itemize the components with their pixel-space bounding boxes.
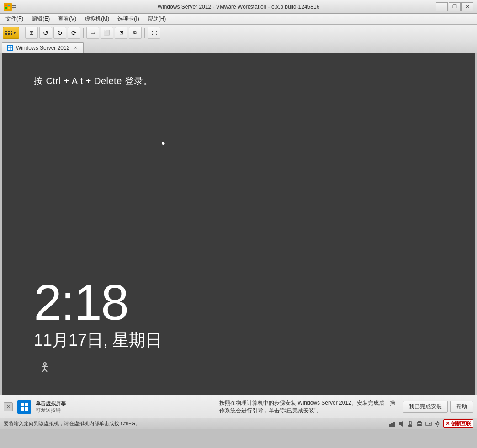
title-bar: Windows Server 2012 - VMware Workstation…	[0, 0, 477, 14]
toolbar: ▼ ⊞ ↺ ↻ ⟳ ▭ ⬜ ⊡ ⧉ ⛶	[0, 25, 477, 41]
toolbar-separator-3	[144, 28, 145, 38]
status-actions: 我已完成安装 帮助	[403, 401, 473, 413]
svg-marker-20	[399, 421, 403, 427]
svg-rect-31	[435, 423, 436, 424]
svg-rect-6	[8, 48, 10, 50]
clock-container: 2:18 11月17日, 星期日	[34, 277, 162, 352]
info-bar-icons: ✕ 创新互联	[388, 419, 473, 428]
tab-bar: Windows Server 2012 ×	[0, 41, 477, 53]
svg-rect-13	[21, 403, 24, 406]
toolbar-btn-7[interactable]: ⊡	[115, 27, 127, 39]
svg-line-12	[45, 369, 47, 372]
help-button[interactable]: 帮助	[450, 401, 473, 413]
status-close-button[interactable]: ✕	[4, 402, 13, 411]
svg-rect-1	[8, 5, 10, 6]
menu-view[interactable]: 查看(V)	[54, 15, 80, 24]
toolbar-btn-5[interactable]: ▭	[86, 27, 99, 39]
tab-vm-icon	[7, 45, 13, 51]
svg-rect-22	[408, 425, 412, 427]
toolbar-btn-3[interactable]: ↻	[53, 27, 66, 39]
svg-point-27	[429, 423, 431, 424]
svg-rect-7	[11, 48, 12, 50]
tab-close-button[interactable]: ×	[72, 45, 79, 51]
gear-icon[interactable]	[434, 420, 441, 427]
usb-icon[interactable]	[407, 420, 414, 427]
restore-icon: ⇄	[12, 4, 16, 10]
svg-rect-5	[11, 46, 12, 48]
menu-help[interactable]: 帮助(H)	[144, 15, 170, 24]
vm-tab[interactable]: Windows Server 2012 ×	[2, 42, 84, 53]
menu-vm[interactable]: 虚拟机(M)	[81, 15, 113, 24]
window-controls: ─ ❐ ✕	[436, 2, 473, 11]
svg-rect-24	[418, 421, 421, 423]
minimize-button[interactable]: ─	[436, 2, 448, 11]
status-line1: 单击虚拟屏幕	[36, 400, 215, 407]
tab-label: Windows Server 2012	[16, 45, 69, 51]
clock-time: 2:18	[34, 277, 162, 327]
restore-button[interactable]: ❐	[449, 2, 461, 11]
app-icon	[4, 3, 12, 11]
network-icon[interactable]	[388, 420, 396, 427]
vm-viewport[interactable]: 按 Ctrl + Alt + Delete 登录。 2:18 11月17日, 星…	[2, 53, 475, 395]
status-sidebar-text: 单击虚拟屏幕 可发送按键	[36, 400, 215, 414]
info-bar: 要将输入定向到该虚拟机，请在虚拟机内部单击或按 Ctrl+G。	[0, 418, 477, 429]
menu-tabs[interactable]: 选项卡(I)	[114, 15, 143, 24]
brand-logo: ✕ 创新互联	[443, 419, 473, 428]
info-bar-text: 要将输入定向到该虚拟机，请在虚拟机内部单击或按 Ctrl+G。	[4, 420, 140, 427]
svg-rect-3	[8, 7, 10, 9]
menu-bar: 文件(F) 编辑(E) 查看(V) 虚拟机(M) 选项卡(I) 帮助(H)	[0, 14, 477, 25]
printer-icon[interactable]	[416, 420, 423, 427]
svg-rect-21	[409, 421, 411, 425]
menu-edit[interactable]: 编辑(E)	[28, 15, 53, 24]
toolbar-separator-1	[22, 28, 22, 38]
power-accessibility-icon[interactable]	[38, 361, 51, 377]
menu-file[interactable]: 文件(F)	[2, 15, 27, 24]
svg-rect-18	[391, 423, 393, 427]
toolbar-btn-4[interactable]: ⟳	[68, 27, 80, 39]
svg-point-28	[437, 422, 439, 425]
toolbar-btn-2[interactable]: ↺	[39, 27, 52, 39]
status-bar: ✕ 单击虚拟屏幕 可发送按键 按照在物理计算机中的步骤安装 Windows Se…	[0, 395, 477, 418]
status-message: 按照在物理计算机中的步骤安装 Windows Server 2012。安装完成后…	[219, 399, 398, 415]
svg-rect-14	[25, 403, 28, 406]
complete-install-button[interactable]: 我已完成安装	[403, 401, 448, 413]
svg-rect-32	[440, 423, 440, 424]
svg-rect-0	[5, 5, 7, 6]
svg-rect-30	[437, 426, 438, 427]
login-prompt: 按 Ctrl + Alt + Delete 登录。	[34, 75, 153, 87]
svg-rect-4	[8, 46, 10, 48]
svg-line-11	[42, 369, 45, 372]
status-icon	[17, 400, 31, 414]
svg-rect-16	[25, 407, 28, 411]
svg-rect-17	[389, 424, 391, 427]
svg-rect-25	[418, 424, 421, 426]
svg-rect-2	[5, 7, 7, 9]
clock-date: 11月17日, 星期日	[34, 329, 162, 352]
svg-rect-19	[393, 422, 395, 427]
svg-point-8	[43, 363, 46, 365]
svg-rect-15	[21, 407, 24, 411]
close-button[interactable]: ✕	[461, 2, 473, 11]
status-line2: 可发送按键	[36, 407, 215, 414]
toolbar-separator-2	[83, 28, 84, 38]
sound-icon[interactable]	[398, 420, 405, 427]
toolbar-btn-8[interactable]: ⧉	[129, 27, 142, 39]
toolbar-btn-1[interactable]: ⊞	[25, 27, 38, 39]
mouse-cursor	[162, 142, 166, 147]
svg-rect-29	[437, 421, 438, 422]
window-title: Windows Server 2012 - VMware Workstation…	[158, 4, 320, 10]
hdd-icon[interactable]	[425, 420, 432, 427]
power-button[interactable]: ▼	[3, 27, 19, 39]
toolbar-btn-fullscreen[interactable]: ⛶	[148, 27, 160, 39]
toolbar-btn-6[interactable]: ⬜	[101, 27, 113, 39]
